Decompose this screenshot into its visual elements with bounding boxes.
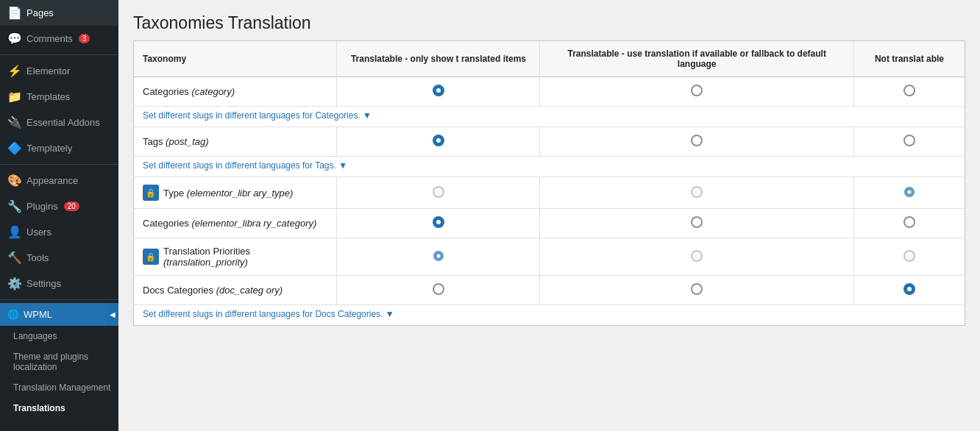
radio-translatable-show[interactable]	[433, 283, 444, 295]
slug-row: Set different slugs in different languag…	[134, 157, 965, 177]
wpml-icon: 🌐	[7, 309, 19, 320]
elementor-icon: ⚡	[7, 64, 22, 78]
wpml-theme-plugins-label: Theme and plugins localization	[13, 352, 88, 372]
table-row: 🔒 Translation Priorities (translation_pr…	[134, 238, 965, 276]
sidebar-item-elementor[interactable]: ⚡ Elementor	[0, 58, 118, 84]
tax-name: Tags (post_tag)	[143, 136, 209, 147]
radio-cell-2	[540, 209, 854, 238]
sidebar-item-label: Templately	[26, 143, 72, 154]
tax-name: Type (elementor_libr ary_type)	[163, 188, 293, 199]
main-content: Taxonomies Translation Taxonomy Translat…	[118, 0, 980, 431]
tax-name: Categories (category)	[143, 86, 235, 97]
radio-not-translatable[interactable]	[903, 216, 915, 228]
comments-icon: 💬	[7, 32, 22, 46]
radio-translatable-use[interactable]	[691, 135, 703, 146]
sidebar-item-plugins[interactable]: 🔧 Plugins 20	[0, 193, 118, 219]
radio-cell-3	[853, 209, 965, 238]
slug-link-docs-categories[interactable]: Set different slugs in different languag…	[143, 309, 394, 319]
radio-not-translatable[interactable]	[903, 283, 915, 295]
wpml-translations-item[interactable]: Translations	[0, 398, 118, 418]
tax-name-cell: 🔒 Type (elementor_libr ary_type)	[134, 177, 337, 209]
radio-cell-2	[540, 127, 854, 157]
sidebar-item-tools[interactable]: 🔨 Tools	[0, 245, 118, 271]
comments-badge: 3	[79, 34, 90, 43]
slug-cell: Set different slugs in different languag…	[134, 157, 965, 177]
wpml-menu-item[interactable]: 🌐 WPML ◀	[0, 303, 118, 326]
sidebar-item-templates[interactable]: 📁 Templates	[0, 84, 118, 110]
sidebar-item-essential-addons[interactable]: 🔌 Essential Addons	[0, 110, 118, 135]
sidebar-item-label: Settings	[26, 278, 61, 289]
radio-cell-1	[337, 209, 540, 238]
sidebar-item-users[interactable]: 👤 Users	[0, 219, 118, 245]
wpml-translations-label: Translations	[13, 403, 65, 413]
slug-cell: Set different slugs in different languag…	[134, 107, 965, 127]
radio-translatable-show[interactable]	[433, 135, 444, 146]
plugins-icon: 🔧	[7, 199, 22, 213]
table-row: 🔒 Type (elementor_libr ary_type)	[134, 177, 965, 209]
radio-translatable-show[interactable]	[433, 216, 444, 228]
sidebar-item-label: Comments	[26, 33, 73, 44]
sidebar-item-label: Essential Addons	[26, 117, 100, 128]
radio-cell-1	[337, 276, 540, 305]
sidebar-item-pages[interactable]: 📄 Pages	[0, 0, 118, 26]
settings-icon: ⚙️	[7, 277, 22, 291]
sidebar-item-label: Pages	[26, 7, 54, 18]
divider	[0, 54, 118, 55]
radio-cell-3	[853, 177, 965, 209]
pages-icon: 📄	[7, 6, 22, 20]
tax-name: Categories (elementor_libra ry_category)	[143, 218, 316, 229]
col-translatable-use: Translatable - use translation if availa…	[540, 41, 854, 77]
locked-tax-cell: 🔒 Type (elementor_libr ary_type)	[143, 185, 293, 201]
radio-cell-3	[853, 127, 965, 157]
tax-name-cell: Tags (post_tag)	[134, 127, 337, 157]
table-row: Categories (elementor_libra ry_category)	[134, 209, 965, 238]
appearance-icon: 🎨	[7, 174, 22, 188]
radio-translatable-use[interactable]	[691, 283, 703, 295]
radio-translatable-use[interactable]	[691, 85, 703, 96]
templately-icon: 🔷	[7, 141, 22, 155]
lock-icon: 🔒	[143, 249, 159, 265]
radio-not-translatable[interactable]	[903, 135, 915, 146]
page-title: Taxonomies Translation	[133, 13, 965, 33]
slug-cell: Set different slugs in different languag…	[134, 305, 965, 326]
radio-not-translatable-locked	[903, 250, 915, 262]
wpml-submenu: Languages Theme and plugins localization…	[0, 326, 118, 418]
wpml-theme-plugins-item[interactable]: Theme and plugins localization	[0, 346, 118, 377]
tax-name: Translation Priorities (translation_prio…	[163, 246, 327, 268]
radio-not-translatable-locked	[904, 187, 915, 197]
radio-cell-2	[540, 238, 854, 276]
wpml-label: WPML	[24, 309, 52, 320]
slug-link-categories[interactable]: Set different slugs in different languag…	[143, 110, 372, 121]
tax-name-cell: Categories (category)	[134, 77, 337, 107]
sidebar-item-appearance[interactable]: 🎨 Appearance	[0, 168, 118, 193]
sidebar-item-label: Users	[26, 227, 52, 238]
sidebar-item-comments[interactable]: 💬 Comments 3	[0, 26, 118, 51]
slug-row: Set different slugs in different languag…	[134, 107, 965, 127]
sidebar-item-label: Elementor	[26, 65, 70, 76]
page-header: Taxonomies Translation	[118, 0, 980, 40]
sidebar-item-templately[interactable]: 🔷 Templately	[0, 135, 118, 161]
tax-name-cell: 🔒 Translation Priorities (translation_pr…	[134, 238, 337, 276]
radio-cell-1	[337, 77, 540, 107]
wpml-translation-management-item[interactable]: Translation Management	[0, 377, 118, 398]
lock-icon: 🔒	[143, 185, 159, 201]
wpml-arrow-icon: ◀	[107, 303, 118, 326]
sidebar: 📄 Pages 💬 Comments 3 ⚡ Elementor 📁 Templ…	[0, 0, 118, 431]
sidebar-item-settings[interactable]: ⚙️ Settings	[0, 271, 118, 296]
divider	[0, 299, 118, 300]
wpml-languages-label: Languages	[13, 331, 57, 341]
tax-name-cell: Categories (elementor_libra ry_category)	[134, 209, 337, 238]
radio-not-translatable[interactable]	[903, 85, 915, 96]
radio-cell-3	[853, 276, 965, 305]
tax-name-cell: Docs Categories (doc_categ ory)	[134, 276, 337, 305]
col-not-translatable: Not translat able	[853, 41, 965, 77]
slug-row: Set different slugs in different languag…	[134, 305, 965, 326]
radio-translatable-use[interactable]	[691, 216, 703, 228]
slug-link-tags[interactable]: Set different slugs in different languag…	[143, 160, 347, 171]
table-row: Docs Categories (doc_categ ory)	[134, 276, 965, 305]
divider	[0, 164, 118, 165]
locked-tax-cell: 🔒 Translation Priorities (translation_pr…	[143, 246, 327, 268]
radio-translatable-show[interactable]	[433, 85, 444, 96]
wpml-translation-management-label: Translation Management	[13, 382, 110, 393]
wpml-languages-item[interactable]: Languages	[0, 326, 118, 346]
